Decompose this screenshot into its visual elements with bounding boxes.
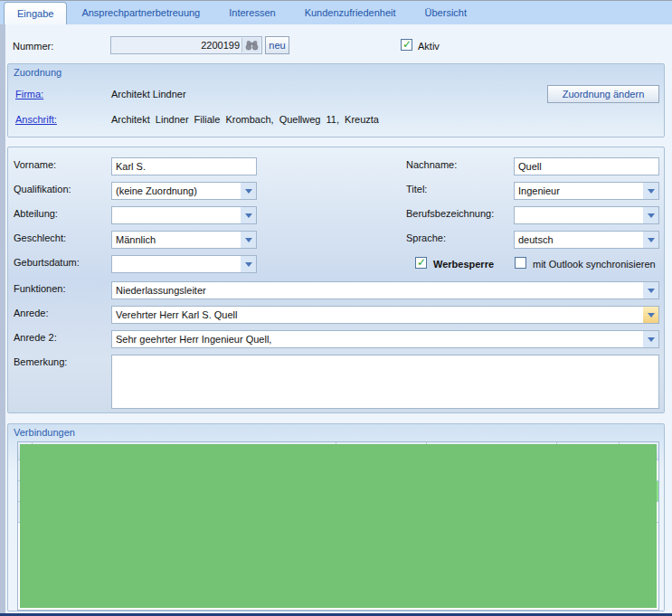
table-new-row: * [18, 502, 658, 523]
titel-label: Titel: [406, 184, 427, 194]
neu-button[interactable]: neu [265, 36, 289, 54]
abteilung-label: Abteilung: [14, 208, 58, 219]
nachname-input[interactable]: Quell [514, 157, 659, 175]
chevron-down-icon [245, 189, 252, 197]
abteilung-dropdown-button[interactable] [241, 207, 256, 223]
anrede-dropdown-button[interactable] [643, 307, 658, 323]
geschlecht-label: Geschlecht: [14, 232, 66, 243]
sprache-value: deutsch [518, 234, 554, 245]
zuordnung-panel: Zuordnung Firma: Architekt Lindner Zuord… [7, 63, 665, 137]
berufsbezeichnung-label: Berufsbezeichnung: [406, 208, 494, 219]
sprache-label: Sprache: [406, 232, 446, 243]
outlook-sync-label: mit Outlook synchronisieren [533, 259, 656, 270]
zuordnung-aendern-button[interactable]: Zuordnung ändern [547, 85, 659, 103]
geburtsdatum-select[interactable] [111, 255, 257, 273]
chevron-down-icon [648, 213, 655, 222]
anrede2-label: Anrede 2: [14, 332, 57, 343]
chevron-down-icon [648, 313, 655, 321]
chevron-down-icon [245, 213, 252, 222]
titel-select[interactable]: Ingenieur [514, 182, 659, 200]
vorname-input[interactable]: Karl S. [111, 157, 257, 175]
berufsbezeichnung-select[interactable] [514, 206, 659, 224]
nachname-label: Nachname: [406, 159, 457, 170]
chevron-down-icon [245, 262, 252, 270]
nummer-label: Nummer: [13, 41, 53, 52]
verbindungen-title: Verbindungen [14, 427, 75, 438]
anrede2-dropdown-button[interactable] [643, 331, 658, 347]
contact-form-window: Eingabe Ansprechpartnerbetreuung Interes… [0, 0, 672, 616]
anrede2-select[interactable]: Sehr geehrter Herr Ingenieur Quell, [111, 330, 659, 348]
geschlecht-select[interactable]: Männlich [111, 231, 257, 249]
verbindungen-panel: Verbindungen Anschrift Verbindungsart Nu… [7, 423, 665, 611]
window-left-border [0, 24, 5, 613]
chevron-down-icon [648, 337, 655, 346]
chevron-down-icon [648, 189, 655, 197]
tab-interessen[interactable]: Interessen [214, 2, 289, 24]
person-form-panel: Vorname: Karl S. Nachname: Quell Qualifi… [7, 147, 665, 413]
bemerkung-textarea[interactable] [111, 355, 659, 409]
verbindungen-table: Anschrift Verbindungsart Nummer Privat ▶… [17, 441, 659, 611]
sprache-select[interactable]: deutsch [514, 231, 659, 249]
chevron-down-icon [648, 238, 655, 246]
titel-value: Ingenieur [518, 185, 560, 196]
chevron-down-icon [648, 289, 655, 297]
zuordnung-title: Zuordnung [14, 67, 62, 78]
qualifikation-label: Qualifikation: [14, 184, 71, 194]
tab-uebersicht[interactable]: Übersicht [411, 2, 481, 24]
outlook-sync-checkbox[interactable] [515, 257, 526, 269]
berufsbezeichnung-dropdown-button[interactable] [643, 207, 658, 223]
bemerkung-label: Bemerkung: [14, 356, 67, 367]
anschrift-link[interactable]: Anschrift: [15, 114, 57, 125]
anrede-select[interactable]: Verehrter Herr Karl S. Quell [111, 306, 659, 324]
tab-bar: Eingabe Ansprechpartnerbetreuung Interes… [0, 0, 672, 24]
geschlecht-value: Männlich [116, 234, 156, 245]
geburtsdatum-label: Geburtsdatum: [14, 257, 80, 268]
search-binoculars-button[interactable] [241, 38, 260, 52]
firma-value: Architekt Lindner [111, 89, 186, 100]
titel-dropdown-button[interactable] [643, 183, 658, 199]
aktiv-checkbox[interactable] [401, 39, 412, 51]
tab-eingabe[interactable]: Eingabe [4, 2, 67, 24]
funktionen-value: Niederlassungsleiter [116, 285, 206, 296]
firma-link[interactable]: Firma: [15, 89, 43, 100]
vorname-label: Vorname: [14, 159, 56, 170]
qualifikation-value: (keine Zuordnung) [116, 185, 197, 196]
funktionen-label: Funktionen: [14, 283, 65, 294]
tab-ansprechpartnerbetreuung[interactable]: Ansprechpartnerbetreuung [67, 2, 214, 24]
werbesperre-label: Werbesperre [433, 259, 494, 270]
qualifikation-dropdown-button[interactable] [241, 183, 256, 199]
aktiv-label: Aktiv [418, 41, 440, 52]
funktionen-dropdown-button[interactable] [643, 282, 658, 299]
anrede-value: Verehrter Herr Karl S. Quell [116, 309, 238, 320]
geburtsdatum-dropdown-button[interactable] [241, 256, 256, 272]
sprache-dropdown-button[interactable] [643, 232, 658, 248]
geschlecht-dropdown-button[interactable] [241, 232, 256, 248]
anrede-label: Anrede: [14, 308, 49, 318]
binoculars-icon [245, 40, 259, 51]
anrede2-value: Sehr geehrter Herr Ingenieur Quell, [116, 334, 271, 345]
werbesperre-checkbox[interactable] [415, 257, 427, 269]
anschrift-value: Architekt Lindner Filiale Krombach, Quel… [111, 114, 379, 125]
nummer-value: 2200199 [201, 40, 240, 51]
qualifikation-select[interactable]: (keine Zuordnung) [111, 182, 257, 200]
chevron-down-icon [245, 238, 252, 246]
cell-privat [620, 502, 658, 523]
privat-checkbox-indeterminate[interactable] [633, 507, 645, 518]
abteilung-select[interactable] [111, 206, 257, 224]
nummer-input[interactable]: 2200199 [110, 36, 262, 54]
funktionen-select[interactable]: Niederlassungsleiter [111, 281, 659, 299]
tab-kundenzufriedenheit[interactable]: Kundenzufriedenheit [290, 2, 411, 24]
